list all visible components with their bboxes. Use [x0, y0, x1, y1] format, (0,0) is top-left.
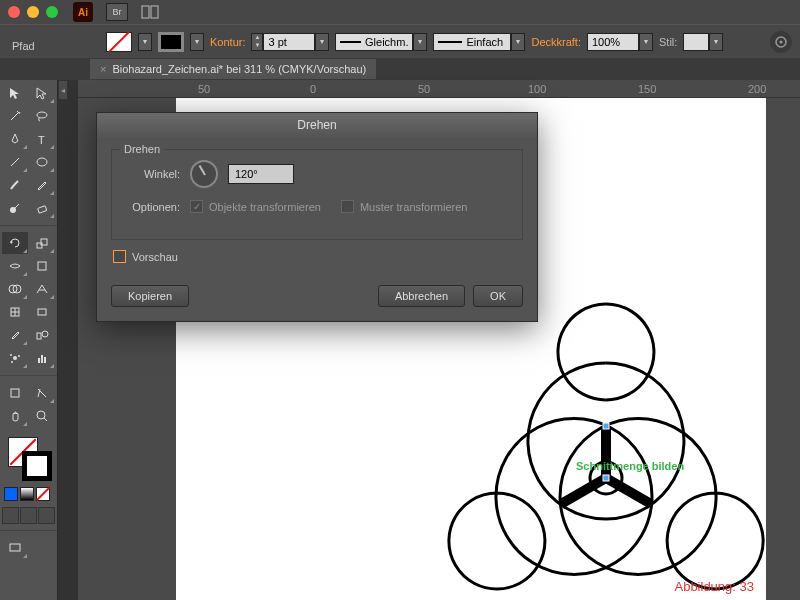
- hand-tool[interactable]: [2, 405, 28, 427]
- options-label: Optionen:: [124, 201, 180, 213]
- stroke-swatch[interactable]: [158, 32, 184, 52]
- brush-dropdown[interactable]: ▾: [511, 33, 525, 51]
- rotate-tool[interactable]: [2, 232, 28, 254]
- opacity-label: Deckkraft:: [531, 36, 581, 48]
- svg-point-3: [780, 40, 783, 43]
- svg-rect-15: [38, 206, 47, 213]
- transform-patterns-checkbox[interactable]: ✓: [341, 200, 354, 213]
- direct-selection-tool[interactable]: [29, 82, 55, 104]
- svg-rect-18: [38, 262, 46, 270]
- mesh-tool[interactable]: [2, 301, 28, 323]
- svg-point-35: [37, 411, 45, 419]
- panel-menu-icon[interactable]: [770, 31, 792, 53]
- width-tool[interactable]: [2, 255, 28, 277]
- variable-width-profile[interactable]: Gleichm.: [335, 33, 413, 51]
- free-transform-tool[interactable]: [29, 255, 55, 277]
- tab-close-icon[interactable]: ×: [100, 63, 106, 75]
- svg-rect-9: [603, 475, 609, 481]
- stroke-dropdown[interactable]: ▾: [190, 33, 204, 51]
- shape-builder-tool[interactable]: [2, 278, 28, 300]
- ok-button[interactable]: OK: [473, 285, 523, 307]
- graphic-style-swatch[interactable]: [683, 33, 709, 51]
- svg-line-36: [44, 418, 47, 421]
- svg-rect-31: [38, 358, 40, 363]
- tools-collapse-toggle[interactable]: ◂: [58, 80, 68, 100]
- preview-checkbox[interactable]: ✓: [113, 250, 126, 263]
- lasso-tool[interactable]: [29, 105, 55, 127]
- paintbrush-tool[interactable]: [2, 174, 28, 196]
- screen-mode[interactable]: [2, 537, 28, 559]
- svg-text:T: T: [38, 134, 45, 146]
- eyedropper-tool[interactable]: [2, 324, 28, 346]
- fill-stroke-indicator[interactable]: [0, 433, 57, 485]
- transform-patterns-label: Muster transformieren: [360, 201, 468, 213]
- brush-definition[interactable]: Einfach: [433, 33, 511, 51]
- ellipse-tool[interactable]: [29, 151, 55, 173]
- blob-brush-tool[interactable]: [2, 197, 28, 219]
- type-tool[interactable]: T: [29, 128, 55, 150]
- stroke-indicator[interactable]: [22, 451, 52, 481]
- transform-objects-label: Objekte transformieren: [209, 201, 321, 213]
- gradient-tool[interactable]: [29, 301, 55, 323]
- window-close-button[interactable]: [8, 6, 20, 18]
- column-graph-tool[interactable]: [29, 347, 55, 369]
- draw-normal-mode[interactable]: [2, 507, 19, 524]
- pen-tool[interactable]: [2, 128, 28, 150]
- blend-tool[interactable]: [29, 324, 55, 346]
- copy-button[interactable]: Kopieren: [111, 285, 189, 307]
- angle-dial[interactable]: [190, 160, 218, 188]
- svg-rect-1: [151, 6, 158, 18]
- selection-tool[interactable]: [2, 82, 28, 104]
- angle-label: Winkel:: [124, 168, 180, 180]
- perspective-grid-tool[interactable]: [29, 278, 55, 300]
- preview-label: Vorschau: [132, 251, 178, 263]
- bridge-button[interactable]: Br: [106, 3, 128, 21]
- zoom-tool[interactable]: [29, 405, 55, 427]
- color-mode-none[interactable]: [36, 487, 50, 501]
- window-maximize-button[interactable]: [46, 6, 58, 18]
- stroke-weight-stepper[interactable]: ▲▼: [251, 33, 263, 51]
- color-mode-gradient[interactable]: [20, 487, 34, 501]
- draw-inside-mode[interactable]: [38, 507, 55, 524]
- svg-rect-34: [11, 389, 19, 397]
- stroke-weight-input[interactable]: 3 pt: [263, 33, 315, 51]
- svg-point-28: [10, 354, 12, 356]
- color-mode-color[interactable]: [4, 487, 18, 501]
- app-icon: Ai: [73, 2, 93, 22]
- dialog-title: Drehen: [97, 113, 537, 137]
- svg-rect-33: [44, 357, 46, 363]
- artboard-tool[interactable]: [2, 382, 28, 404]
- svg-rect-8: [603, 423, 609, 429]
- symbol-sprayer-tool[interactable]: [2, 347, 28, 369]
- magic-wand-tool[interactable]: [2, 105, 28, 127]
- window-minimize-button[interactable]: [27, 6, 39, 18]
- svg-rect-37: [10, 544, 20, 551]
- scale-tool[interactable]: [29, 232, 55, 254]
- profile-dropdown[interactable]: ▾: [413, 33, 427, 51]
- angle-input[interactable]: 120°: [228, 164, 294, 184]
- arrange-documents-icon[interactable]: [139, 3, 161, 21]
- document-tab[interactable]: × Biohazard_Zeichen.ai* bei 311 % (CMYK/…: [90, 59, 376, 79]
- fill-dropdown[interactable]: ▾: [138, 33, 152, 51]
- transform-objects-checkbox[interactable]: ✓: [190, 200, 203, 213]
- svg-rect-0: [142, 6, 149, 18]
- selection-type-label: Pfad: [12, 40, 35, 52]
- cancel-button[interactable]: Abbrechen: [378, 285, 465, 307]
- opacity-input[interactable]: 100%: [587, 33, 639, 51]
- figure-label: Abbildung: 33: [674, 579, 754, 594]
- eraser-tool[interactable]: [29, 197, 55, 219]
- slice-tool[interactable]: [29, 382, 55, 404]
- opacity-dropdown[interactable]: ▾: [639, 33, 653, 51]
- svg-rect-24: [38, 309, 46, 315]
- svg-point-10: [37, 112, 47, 118]
- svg-rect-32: [41, 355, 43, 363]
- svg-point-29: [18, 355, 20, 357]
- fill-swatch[interactable]: [106, 32, 132, 52]
- document-tabbar: × Biohazard_Zeichen.ai* bei 311 % (CMYK/…: [0, 58, 800, 80]
- style-dropdown[interactable]: ▾: [709, 33, 723, 51]
- line-segment-tool[interactable]: [2, 151, 28, 173]
- pencil-tool[interactable]: [29, 174, 55, 196]
- draw-behind-mode[interactable]: [20, 507, 37, 524]
- stroke-weight-dropdown[interactable]: ▾: [315, 33, 329, 51]
- svg-point-27: [13, 356, 17, 360]
